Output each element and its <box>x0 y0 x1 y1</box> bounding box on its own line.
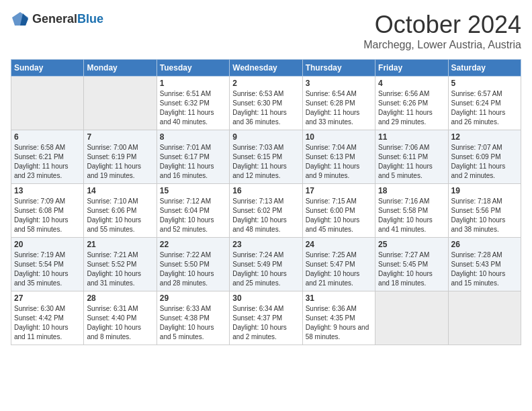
day-info: Sunrise: 6:30 AMSunset: 4:42 PMDaylight:… <box>14 304 81 342</box>
calendar-week-row: 13Sunrise: 7:09 AMSunset: 6:08 PMDayligh… <box>11 184 521 238</box>
calendar-cell: 8Sunrise: 7:01 AMSunset: 6:17 PMDaylight… <box>157 130 229 184</box>
day-info: Sunrise: 6:54 AMSunset: 6:28 PMDaylight:… <box>306 89 372 127</box>
day-number: 8 <box>160 132 226 142</box>
day-number: 24 <box>306 240 372 249</box>
calendar-cell: 21Sunrise: 7:21 AMSunset: 5:52 PMDayligh… <box>84 238 157 291</box>
day-number: 4 <box>378 79 445 88</box>
calendar-cell: 25Sunrise: 7:27 AMSunset: 5:45 PMDayligh… <box>375 238 448 291</box>
logo-general: General <box>32 12 77 26</box>
day-number: 21 <box>87 240 153 249</box>
day-number: 10 <box>306 132 372 142</box>
day-number: 25 <box>378 240 445 249</box>
calendar-cell: 22Sunrise: 7:22 AMSunset: 5:50 PMDayligh… <box>157 238 229 291</box>
day-number: 22 <box>160 240 226 249</box>
calendar-cell: 15Sunrise: 7:12 AMSunset: 6:04 PMDayligh… <box>157 184 229 238</box>
calendar-cell: 6Sunrise: 6:58 AMSunset: 6:21 PMDaylight… <box>11 130 84 184</box>
weekday-header-row: SundayMondayTuesdayWednesdayThursdayFrid… <box>11 60 521 77</box>
day-info: Sunrise: 7:19 AMSunset: 5:54 PMDaylight:… <box>14 250 81 288</box>
calendar-cell: 30Sunrise: 6:34 AMSunset: 4:37 PMDayligh… <box>230 291 302 345</box>
day-number: 23 <box>232 240 299 249</box>
day-number: 30 <box>232 293 299 303</box>
title-area: October 2024 Marchegg, Lower Austria, Au… <box>363 11 521 51</box>
day-number: 13 <box>14 186 81 195</box>
calendar-cell: 31Sunrise: 6:36 AMSunset: 4:35 PMDayligh… <box>302 291 375 345</box>
day-info: Sunrise: 7:10 AMSunset: 6:06 PMDaylight:… <box>87 197 153 234</box>
calendar-cell <box>84 77 157 130</box>
calendar-week-row: 27Sunrise: 6:30 AMSunset: 4:42 PMDayligh… <box>11 291 521 345</box>
day-number: 6 <box>14 132 81 142</box>
calendar-cell: 28Sunrise: 6:31 AMSunset: 4:40 PMDayligh… <box>84 291 157 345</box>
day-info: Sunrise: 7:28 AMSunset: 5:43 PMDaylight:… <box>451 250 518 288</box>
weekday-header: Monday <box>84 60 157 77</box>
calendar-table: SundayMondayTuesdayWednesdayThursdayFrid… <box>11 59 521 345</box>
weekday-header: Saturday <box>448 60 521 77</box>
calendar-week-row: 6Sunrise: 6:58 AMSunset: 6:21 PMDaylight… <box>11 130 521 184</box>
calendar-cell: 20Sunrise: 7:19 AMSunset: 5:54 PMDayligh… <box>11 238 84 291</box>
calendar-cell: 4Sunrise: 6:56 AMSunset: 6:26 PMDaylight… <box>375 77 448 130</box>
calendar-cell: 29Sunrise: 6:33 AMSunset: 4:38 PMDayligh… <box>157 291 229 345</box>
calendar-week-row: 20Sunrise: 7:19 AMSunset: 5:54 PMDayligh… <box>11 238 521 291</box>
day-number: 18 <box>378 186 445 195</box>
day-number: 29 <box>160 293 226 303</box>
day-number: 9 <box>232 132 299 142</box>
day-info: Sunrise: 7:24 AMSunset: 5:49 PMDaylight:… <box>232 250 299 288</box>
calendar-cell: 23Sunrise: 7:24 AMSunset: 5:49 PMDayligh… <box>230 238 302 291</box>
day-info: Sunrise: 7:06 AMSunset: 6:11 PMDaylight:… <box>378 143 445 181</box>
day-info: Sunrise: 7:03 AMSunset: 6:15 PMDaylight:… <box>232 143 299 181</box>
calendar-cell <box>375 291 448 345</box>
day-number: 11 <box>378 132 445 142</box>
weekday-header: Sunday <box>11 60 84 77</box>
calendar-cell: 5Sunrise: 6:57 AMSunset: 6:24 PMDaylight… <box>448 77 521 130</box>
calendar-cell: 18Sunrise: 7:16 AMSunset: 5:58 PMDayligh… <box>375 184 448 238</box>
day-number: 2 <box>232 79 299 88</box>
day-info: Sunrise: 6:34 AMSunset: 4:37 PMDaylight:… <box>232 304 299 342</box>
day-number: 27 <box>14 293 81 303</box>
calendar-cell: 17Sunrise: 7:15 AMSunset: 6:00 PMDayligh… <box>302 184 375 238</box>
calendar-cell: 10Sunrise: 7:04 AMSunset: 6:13 PMDayligh… <box>302 130 375 184</box>
calendar-cell: 12Sunrise: 7:07 AMSunset: 6:09 PMDayligh… <box>448 130 521 184</box>
calendar-cell: 9Sunrise: 7:03 AMSunset: 6:15 PMDaylight… <box>230 130 302 184</box>
calendar-cell: 1Sunrise: 6:51 AMSunset: 6:32 PMDaylight… <box>157 77 229 130</box>
logo-blue: Blue <box>77 12 103 26</box>
day-info: Sunrise: 6:51 AMSunset: 6:32 PMDaylight:… <box>160 89 226 127</box>
calendar-cell: 16Sunrise: 7:13 AMSunset: 6:02 PMDayligh… <box>230 184 302 238</box>
calendar-cell: 3Sunrise: 6:54 AMSunset: 6:28 PMDaylight… <box>302 77 375 130</box>
day-number: 3 <box>306 79 372 88</box>
day-info: Sunrise: 6:36 AMSunset: 4:35 PMDaylight:… <box>306 304 372 342</box>
day-info: Sunrise: 7:09 AMSunset: 6:08 PMDaylight:… <box>14 197 81 234</box>
day-number: 17 <box>306 186 372 195</box>
day-info: Sunrise: 7:27 AMSunset: 5:45 PMDaylight:… <box>378 250 445 288</box>
weekday-header: Wednesday <box>230 60 302 77</box>
calendar-cell <box>11 77 84 130</box>
day-number: 5 <box>451 79 518 88</box>
day-number: 15 <box>160 186 226 195</box>
day-info: Sunrise: 7:01 AMSunset: 6:17 PMDaylight:… <box>160 143 226 181</box>
logo: GeneralBlue <box>11 11 103 27</box>
calendar-week-row: 1Sunrise: 6:51 AMSunset: 6:32 PMDaylight… <box>11 77 521 130</box>
calendar-cell: 27Sunrise: 6:30 AMSunset: 4:42 PMDayligh… <box>11 291 84 345</box>
day-info: Sunrise: 7:16 AMSunset: 5:58 PMDaylight:… <box>378 197 445 234</box>
day-info: Sunrise: 7:00 AMSunset: 6:19 PMDaylight:… <box>87 143 153 181</box>
day-info: Sunrise: 6:58 AMSunset: 6:21 PMDaylight:… <box>14 143 81 181</box>
calendar-cell: 2Sunrise: 6:53 AMSunset: 6:30 PMDaylight… <box>230 77 302 130</box>
day-info: Sunrise: 6:57 AMSunset: 6:24 PMDaylight:… <box>451 89 518 127</box>
calendar-cell: 24Sunrise: 7:25 AMSunset: 5:47 PMDayligh… <box>302 238 375 291</box>
logo-icon <box>11 11 30 27</box>
day-info: Sunrise: 7:21 AMSunset: 5:52 PMDaylight:… <box>87 250 153 288</box>
calendar-cell: 7Sunrise: 7:00 AMSunset: 6:19 PMDaylight… <box>84 130 157 184</box>
day-number: 1 <box>160 79 226 88</box>
day-info: Sunrise: 7:18 AMSunset: 5:56 PMDaylight:… <box>451 197 518 234</box>
day-info: Sunrise: 7:25 AMSunset: 5:47 PMDaylight:… <box>306 250 372 288</box>
day-info: Sunrise: 7:07 AMSunset: 6:09 PMDaylight:… <box>451 143 518 181</box>
day-info: Sunrise: 6:31 AMSunset: 4:40 PMDaylight:… <box>87 304 153 342</box>
calendar-cell: 13Sunrise: 7:09 AMSunset: 6:08 PMDayligh… <box>11 184 84 238</box>
day-number: 28 <box>87 293 153 303</box>
day-info: Sunrise: 7:04 AMSunset: 6:13 PMDaylight:… <box>306 143 372 181</box>
calendar-cell: 11Sunrise: 7:06 AMSunset: 6:11 PMDayligh… <box>375 130 448 184</box>
weekday-header: Tuesday <box>157 60 229 77</box>
weekday-header: Friday <box>375 60 448 77</box>
calendar-cell: 26Sunrise: 7:28 AMSunset: 5:43 PMDayligh… <box>448 238 521 291</box>
weekday-header: Thursday <box>302 60 375 77</box>
day-info: Sunrise: 6:53 AMSunset: 6:30 PMDaylight:… <box>232 89 299 127</box>
day-number: 19 <box>451 186 518 195</box>
